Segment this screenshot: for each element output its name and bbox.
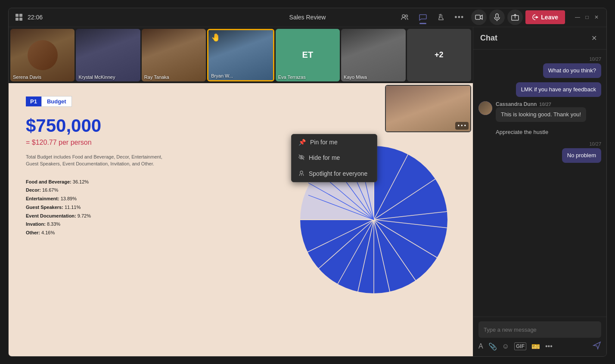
msg-sender-date-3: 10/27	[539, 102, 551, 107]
title-bar-left: 22:06	[16, 14, 43, 21]
mic-button[interactable]	[489, 9, 505, 25]
more-button[interactable]: •••	[453, 11, 465, 23]
pinned-video-menu-btn[interactable]: • • •	[455, 122, 469, 130]
emoji-icon[interactable]: ☺	[502, 342, 509, 350]
leave-button[interactable]: Leave	[525, 10, 565, 24]
participant-name-ray: Ray Tanaka	[144, 75, 169, 80]
window-controls: — □ ✕	[575, 14, 599, 20]
participant-name-serena: Serena Davis	[13, 75, 41, 80]
participant-ray[interactable]: Ray Tanaka	[142, 29, 206, 81]
message-5: 10/27 No problem	[478, 141, 601, 163]
message-1: 10/27 What do you think?	[478, 56, 601, 78]
context-spotlight[interactable]: Spotlight for everyone	[292, 166, 377, 182]
slide-badge-p1: P1	[26, 96, 41, 106]
timer: 22:06	[28, 14, 43, 21]
svg-point-28	[300, 171, 303, 174]
share-button[interactable]	[507, 9, 523, 25]
title-bar-right: ••• Leave — □ ✕	[399, 9, 599, 25]
chat-input[interactable]	[484, 327, 596, 333]
participant-more[interactable]: +2	[407, 29, 471, 81]
slide-badge: P1 Budget	[26, 96, 72, 107]
app-window: 22:06 Sales Review •••	[8, 8, 607, 357]
sticker-icon[interactable]: 🎫	[531, 342, 540, 351]
chat-messages: 10/27 What do you think? LMK if you have…	[473, 50, 606, 317]
pin-icon: 📌	[298, 139, 306, 146]
participant-krystal[interactable]: Krystal McKinney	[76, 29, 140, 81]
participant-eva[interactable]: ET Eva Terrazas	[276, 29, 340, 81]
msg-sender-name-3: Cassandra Dunn 10/27	[496, 101, 586, 107]
presentation-area: P1 Budget $750,000 = $120.77 per person …	[9, 83, 473, 356]
minimize-button[interactable]: —	[575, 14, 581, 20]
msg-sender-row-3: Cassandra Dunn 10/27 This is looking goo…	[478, 101, 601, 122]
send-button[interactable]	[593, 341, 601, 352]
title-bar: 22:06 Sales Review •••	[9, 8, 606, 27]
chat-panel: Chat ✕ 10/27 What do you think? LMK if y…	[473, 27, 606, 356]
participant-bryan[interactable]: 🤚 Bryan W...	[207, 29, 274, 81]
chat-title: Chat	[480, 34, 497, 43]
eva-avatar: ET	[276, 29, 340, 81]
chat-input-box[interactable]	[478, 321, 601, 338]
msg-bubble-3: This is looking good. Thank you!	[496, 107, 586, 122]
call-controls: Leave	[471, 9, 565, 25]
hide-icon	[298, 154, 304, 162]
attach-icon[interactable]: 📎	[488, 342, 497, 351]
format-icon[interactable]: A	[478, 342, 483, 350]
participants-button[interactable]	[399, 11, 411, 23]
slide-description: Total Budget includes Food and Beverage,…	[26, 153, 164, 168]
context-pin-for-me[interactable]: 📌 Pin for me	[292, 134, 377, 150]
participants-bar: Serena Davis Krystal McKinney Ray Tanaka…	[9, 27, 473, 83]
chat-close-button[interactable]: ✕	[589, 33, 599, 43]
chat-button[interactable]	[417, 11, 429, 23]
message-3: Cassandra Dunn 10/27 This is looking goo…	[478, 101, 601, 123]
video-area: Serena Davis Krystal McKinney Ray Tanaka…	[9, 27, 473, 356]
close-button[interactable]: ✕	[593, 14, 599, 20]
msg-bubble-5: No problem	[562, 148, 601, 163]
window-title: Sales Review	[289, 14, 326, 21]
participant-kayo[interactable]: Kayo Miwa	[341, 29, 405, 81]
msg-bubble-1: What do you think?	[543, 63, 601, 78]
svg-point-1	[406, 15, 408, 17]
chat-input-toolbar: A 📎 ☺ GIF 🎫 •••	[478, 341, 601, 352]
context-menu: 📌 Pin for me Hide for me Spotlight fo	[291, 134, 377, 182]
slide-badge-budget: Budget	[41, 96, 72, 107]
pinned-video: • • •	[385, 85, 471, 132]
msg-date-5: 10/27	[589, 141, 601, 146]
svg-point-0	[402, 15, 405, 17]
chat-input-area: A 📎 ☺ GIF 🎫 •••	[473, 317, 606, 356]
participant-name-krystal: Krystal McKinney	[78, 75, 115, 80]
participant-serena[interactable]: Serena Davis	[10, 29, 75, 81]
participant-name-eva: Eva Terrazas	[278, 75, 306, 80]
message-2: LMK if you have any feedback	[478, 82, 601, 97]
grid-icon[interactable]	[16, 14, 22, 21]
more-badge: +2	[407, 29, 471, 81]
gif-icon[interactable]: GIF	[514, 342, 526, 350]
more-options-icon[interactable]: •••	[545, 342, 553, 350]
camera-button[interactable]	[471, 9, 487, 25]
maximize-button[interactable]: □	[584, 14, 590, 20]
msg-bubble-2: LMK if you have any feedback	[516, 82, 601, 97]
participant-name-kayo: Kayo Miwa	[344, 75, 367, 80]
message-4: Appreciate the hustle	[478, 127, 601, 137]
msg-sender-info-3: Cassandra Dunn 10/27 This is looking goo…	[496, 101, 586, 122]
spotlight-icon	[298, 170, 304, 177]
appreciate-msg: Appreciate the hustle	[478, 127, 601, 137]
raise-hand-button[interactable]	[435, 11, 447, 23]
svg-rect-2	[475, 15, 480, 19]
svg-rect-3	[496, 14, 498, 18]
context-hide-for-me[interactable]: Hide for me	[292, 150, 377, 166]
main-content: Serena Davis Krystal McKinney Ray Tanaka…	[9, 27, 606, 356]
chat-input-icons: A 📎 ☺ GIF 🎫 •••	[478, 342, 553, 351]
msg-date-1: 10/27	[589, 56, 601, 62]
cassandra-avatar	[478, 101, 492, 115]
chat-header: Chat ✕	[473, 27, 606, 50]
participant-name-bryan: Bryan W...	[211, 73, 233, 78]
